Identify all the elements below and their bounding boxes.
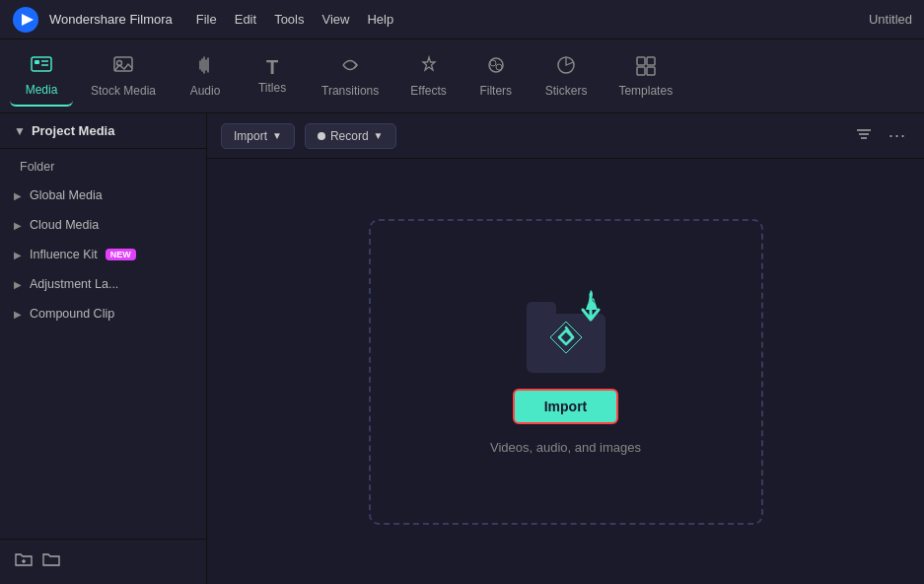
import-label: Import bbox=[234, 129, 267, 143]
drop-box[interactable]: Import Videos, audio, and images bbox=[369, 219, 763, 525]
app-name: Wondershare Filmora bbox=[49, 12, 173, 27]
svg-rect-3 bbox=[35, 60, 39, 64]
tab-effects-label: Effects bbox=[410, 84, 446, 98]
sidebar-item-cloud-media-label: Cloud Media bbox=[30, 218, 99, 232]
sidebar-item-adjustment-layer[interactable]: ▶ Adjustment La... bbox=[0, 269, 206, 299]
stickers-icon bbox=[554, 54, 578, 80]
sidebar-item-folder[interactable]: Folder bbox=[0, 153, 206, 181]
sidebar-item-global-media-label: Global Media bbox=[30, 188, 103, 202]
tab-titles-label: Titles bbox=[258, 81, 286, 95]
sidebar-item-global-media[interactable]: ▶ Global Media bbox=[0, 181, 206, 210]
menu-tools[interactable]: Tools bbox=[274, 12, 304, 27]
svg-rect-15 bbox=[647, 67, 655, 75]
sidebar-footer bbox=[0, 539, 206, 584]
tab-bar: Media Stock Media Audio T Titles bbox=[0, 39, 924, 113]
more-options-icon[interactable]: ··· bbox=[885, 121, 910, 150]
window-title: Untitled bbox=[869, 12, 912, 27]
drop-illustration bbox=[517, 288, 615, 373]
record-button[interactable]: Record ▼ bbox=[305, 123, 396, 149]
sidebar-item-influence-kit[interactable]: ▶ Influence Kit NEW bbox=[0, 240, 206, 269]
sidebar-item-influence-kit-label: Influence Kit bbox=[30, 248, 98, 261]
svg-point-9 bbox=[490, 60, 496, 66]
sidebar-item-cloud-media[interactable]: ▶ Cloud Media bbox=[0, 210, 206, 240]
import-dropdown-icon: ▼ bbox=[272, 130, 282, 141]
main-area: ▼ Project Media Folder ▶ Global Media ▶ … bbox=[0, 113, 924, 584]
menu-view[interactable]: View bbox=[321, 12, 349, 27]
sidebar-header[interactable]: ▼ Project Media bbox=[0, 113, 206, 149]
tab-templates-label: Templates bbox=[618, 84, 673, 98]
chevron-right-icon: ▶ bbox=[14, 220, 22, 231]
svg-rect-13 bbox=[647, 57, 655, 65]
add-folder-icon[interactable] bbox=[14, 549, 34, 574]
tab-stickers[interactable]: Stickers bbox=[532, 46, 602, 106]
sidebar: ▼ Project Media Folder ▶ Global Media ▶ … bbox=[0, 113, 207, 584]
tab-audio[interactable]: Audio bbox=[174, 46, 237, 106]
drop-hint-text: Videos, audio, and images bbox=[490, 440, 641, 455]
stock-media-icon bbox=[111, 54, 135, 80]
effects-icon bbox=[417, 54, 441, 80]
svg-rect-2 bbox=[32, 57, 51, 71]
tab-filters-label: Filters bbox=[479, 84, 512, 98]
tab-titles[interactable]: T Titles bbox=[241, 49, 304, 103]
record-label: Record bbox=[330, 129, 369, 143]
title-bar: Wondershare Filmora File Edit Tools View… bbox=[0, 0, 924, 39]
content-area: Import ▼ Record ▼ ··· bbox=[207, 113, 924, 584]
tab-effects[interactable]: Effects bbox=[396, 46, 460, 106]
svg-rect-14 bbox=[637, 67, 645, 75]
svg-rect-12 bbox=[637, 57, 645, 65]
menu-file[interactable]: File bbox=[196, 12, 217, 27]
title-bar-left: Wondershare Filmora File Edit Tools View… bbox=[12, 6, 393, 34]
content-toolbar-right: ··· bbox=[851, 121, 910, 150]
tab-transitions[interactable]: Transitions bbox=[308, 46, 392, 106]
menu-bar: File Edit Tools View Help bbox=[196, 12, 393, 27]
menu-help[interactable]: Help bbox=[367, 12, 393, 27]
import-button[interactable]: Import ▼ bbox=[221, 123, 295, 149]
svg-point-10 bbox=[496, 64, 502, 70]
audio-icon bbox=[193, 54, 217, 80]
menu-edit[interactable]: Edit bbox=[235, 12, 256, 27]
folder-icon[interactable] bbox=[41, 549, 61, 574]
sidebar-item-compound-clip[interactable]: ▶ Compound Clip bbox=[0, 299, 206, 328]
media-icon bbox=[30, 53, 53, 79]
app-logo-icon bbox=[12, 6, 39, 34]
new-badge: NEW bbox=[106, 249, 136, 260]
chevron-right-icon: ▶ bbox=[14, 190, 22, 201]
transitions-icon bbox=[338, 54, 362, 80]
tab-stock-media[interactable]: Stock Media bbox=[77, 46, 170, 106]
tab-media-label: Media bbox=[26, 83, 58, 97]
drop-zone: Import Videos, audio, and images bbox=[207, 159, 924, 584]
tab-templates[interactable]: Templates bbox=[604, 46, 686, 106]
sidebar-item-compound-clip-label: Compound Clip bbox=[30, 307, 114, 321]
filters-icon bbox=[484, 54, 508, 80]
record-dropdown-icon: ▼ bbox=[374, 130, 384, 141]
sidebar-collapse-icon[interactable]: ▼ bbox=[14, 124, 26, 138]
record-dot-icon bbox=[318, 132, 325, 140]
filter-icon[interactable] bbox=[851, 122, 877, 150]
content-toolbar: Import ▼ Record ▼ ··· bbox=[207, 113, 924, 159]
sidebar-item-adjustment-layer-label: Adjustment La... bbox=[30, 277, 118, 291]
tab-audio-label: Audio bbox=[190, 84, 221, 98]
import-media-button[interactable]: Import bbox=[513, 389, 619, 424]
chevron-right-icon: ▶ bbox=[14, 309, 22, 320]
sidebar-title: Project Media bbox=[32, 123, 115, 138]
chevron-right-icon: ▶ bbox=[14, 250, 22, 260]
tab-transitions-label: Transitions bbox=[321, 84, 379, 98]
tab-media[interactable]: Media bbox=[10, 45, 73, 107]
tab-stock-media-label: Stock Media bbox=[91, 84, 156, 98]
templates-icon bbox=[634, 54, 658, 80]
tab-stickers-label: Stickers bbox=[545, 84, 588, 98]
filmora-in-folder-icon bbox=[544, 318, 588, 361]
tab-filters[interactable]: Filters bbox=[464, 46, 528, 106]
titles-icon: T bbox=[266, 57, 278, 77]
chevron-right-icon: ▶ bbox=[14, 279, 22, 290]
sidebar-section: Folder ▶ Global Media ▶ Cloud Media ▶ In… bbox=[0, 149, 206, 332]
